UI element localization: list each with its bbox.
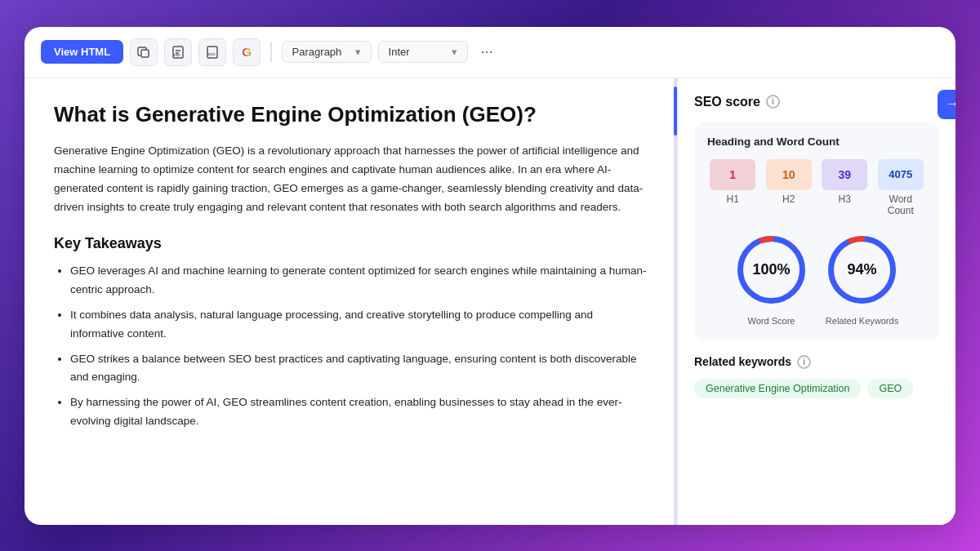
seo-title: SEO score (694, 95, 760, 109)
related-keywords-info-icon[interactable]: i (797, 355, 811, 369)
chevron-down-icon: ▾ (355, 46, 361, 58)
toolbar-divider (270, 42, 272, 62)
word-score-circle: 100% (733, 231, 810, 309)
related-keywords-pct: 94% (847, 261, 876, 278)
related-keywords-circle: 94% (823, 231, 901, 309)
h3-badge: 39 (822, 159, 867, 190)
arrow-right-icon: → (945, 96, 956, 113)
seo-info-icon[interactable]: i (766, 95, 780, 109)
word-count-badge: 4075 (878, 159, 924, 190)
h3-label: H3 (839, 193, 851, 205)
key-takeaways-heading: Key Takeaways (54, 235, 648, 252)
related-keywords-section: Related keywords i Generative Engine Opt… (694, 355, 939, 398)
arrow-right-button[interactable]: → (938, 90, 956, 119)
scroll-thumb (674, 87, 677, 136)
heading-word-count-title: Heading and Word Count (707, 136, 926, 148)
word-score-widget: 100% Word Score (733, 231, 810, 326)
svg-text:DOCX: DOCX (207, 53, 216, 56)
h1-cell: 1 H1 (707, 159, 759, 216)
paragraph-label: Paragraph (292, 46, 342, 58)
more-options-button[interactable]: ··· (474, 40, 500, 64)
list-item: GEO strikes a balance between SEO best p… (70, 350, 648, 388)
intro-paragraph: Generative Engine Optimization (GEO) is … (54, 142, 648, 217)
view-html-button[interactable]: View HTML (41, 40, 123, 64)
h3-cell: 39 H3 (819, 159, 871, 216)
heading-grid: 1 H1 10 H2 39 H3 4075 Word Count (707, 159, 926, 216)
google-button[interactable]: G (233, 38, 261, 66)
font-label: Inter (389, 46, 410, 58)
seo-header: SEO score i (694, 95, 939, 109)
h1-label: H1 (727, 193, 739, 205)
heading-word-count-card: Heading and Word Count 1 H1 10 H2 39 H3 (694, 122, 939, 340)
word-count-cell: 4075 Word Count (875, 159, 927, 216)
related-keywords-widget: 94% Related Keywords (823, 231, 901, 326)
seo-panel: SEO score i Heading and Word Count 1 H1 … (678, 78, 956, 525)
toolbar: View HTML PDF DOCX G Paragraph (24, 27, 956, 78)
related-keywords-title: Related keywords (694, 355, 791, 368)
related-keywords-header: Related keywords i (694, 355, 939, 369)
list-item: By harnessing the power of AI, GEO strea… (70, 393, 648, 431)
keyword-tag[interactable]: GEO (867, 379, 913, 398)
keyword-tags: Generative Engine OptimizationGEO (694, 379, 939, 398)
main-area: What is Generative Engine Optimization (… (24, 78, 956, 525)
related-keywords-sub-label: Related Keywords (826, 316, 898, 326)
h1-badge: 1 (710, 159, 755, 190)
font-dropdown[interactable]: Inter ▾ (378, 41, 468, 63)
google-icon: G (242, 45, 252, 59)
scroll-indicator (674, 78, 677, 525)
chevron-down-icon: ▾ (452, 46, 457, 58)
score-circles-row: 100% Word Score (707, 231, 926, 326)
h2-label: H2 (782, 193, 795, 205)
svg-text:PDF: PDF (174, 53, 181, 57)
related-keywords-inner: 94% (847, 261, 876, 278)
word-score-inner: 100% (752, 261, 790, 278)
pdf-button[interactable]: PDF (164, 38, 192, 66)
svg-rect-0 (141, 50, 149, 57)
list-item: It combines data analysis, natural langu… (70, 306, 648, 344)
word-score-pct: 100% (752, 261, 790, 278)
word-score-sub-label: Word Score (748, 316, 795, 326)
copy-button[interactable] (130, 38, 158, 66)
key-takeaways-list: GEO leverages AI and machine learning to… (54, 262, 648, 432)
h2-cell: 10 H2 (764, 159, 815, 216)
docx-button[interactable]: DOCX (198, 38, 226, 66)
word-count-label: Word Count (875, 193, 927, 216)
paragraph-dropdown[interactable]: Paragraph ▾ (282, 41, 372, 63)
editor-panel[interactable]: What is Generative Engine Optimization (… (24, 78, 678, 525)
h2-badge: 10 (766, 159, 812, 190)
keyword-tag[interactable]: Generative Engine Optimization (694, 379, 861, 398)
list-item: GEO leverages AI and machine learning to… (70, 262, 648, 300)
article-title: What is Generative Engine Optimization (… (54, 101, 648, 128)
